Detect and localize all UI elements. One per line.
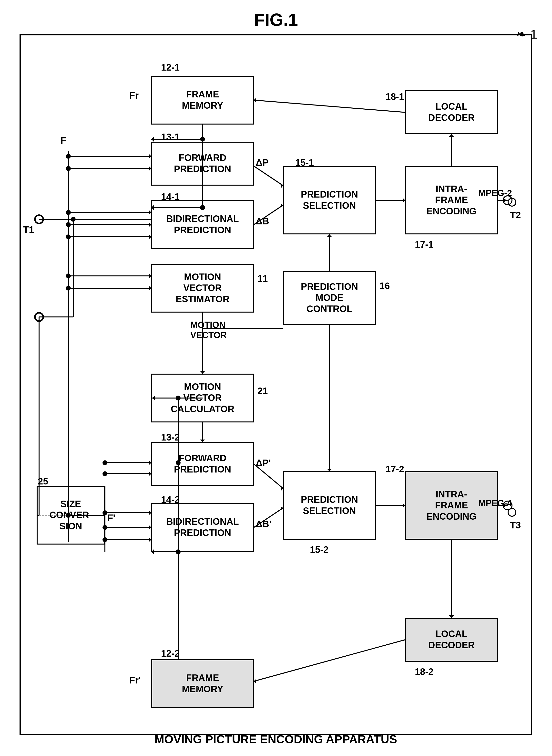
ref-15-2: 15-2 [310,545,328,555]
f-label: F [60,135,66,146]
T2-label: T2 [510,210,521,220]
forward-pred-2-label: FORWARD PREDICTION [174,453,231,475]
ref-25: 25 [38,476,48,487]
ref-12-2: 12-2 [161,648,180,659]
ref-13-2: 13-2 [161,432,180,443]
size-conversion-block: SIZE CONVER- SION [37,486,105,545]
ref-14-1: 14-1 [161,192,180,202]
delta-b-prime-label: ΔB' [256,519,271,529]
T1-terminal [35,215,43,224]
ref-11: 11 [257,274,268,284]
bidirectional-pred-2-label: BIDIRECTIONAL PREDICTION [166,516,239,538]
intra-frame-enc-1-block: INTRA- FRAME ENCODING [405,166,498,234]
ref-16: 16 [380,281,390,291]
page: FIG.1 ❧ 1 MOVING PICTURE ENCODING APPARA… [0,0,552,756]
T2-terminal [508,198,516,207]
intra-frame-enc-2-label: INTRA- FRAME ENCODING [427,489,476,522]
delta-b-label: ΔB [256,216,269,227]
ref-18-2: 18-2 [415,667,433,677]
motion-vector-est-block: MOTION VECTOR ESTIMATOR [151,264,254,313]
ref-21: 21 [257,386,268,396]
bottom-label: MOVING PICTURE ENCODING APPARATUS [154,733,397,746]
mpeg2-label: MPEG-2 [478,188,512,198]
bidirectional-pred-2-block: BIDIRECTIONAL PREDICTION [151,503,254,552]
forward-pred-2-block: FORWARD PREDICTION [151,442,254,486]
bidirectional-pred-1-block: BIDIRECTIONAL PREDICTION [151,200,254,249]
ref-13-1: 13-1 [161,132,180,142]
frame-memory-2-label: FRAME MEMORY [182,672,223,695]
local-decoder-1-block: LOCAL DECODER [405,90,498,134]
motion-vector-calc-block: MOTION VECTOR CALCULATOR [151,373,254,422]
fr-prime-label: Fr' [129,675,141,686]
ref-14-2: 14-2 [161,495,180,505]
ref-18-1: 18-1 [386,92,404,102]
frame-memory-1-block: FRAME MEMORY [151,76,254,124]
T1-label: T1 [23,225,34,235]
T1-terminal-2 [35,313,43,321]
frame-memory-1-label: FRAME MEMORY [182,89,223,111]
f-prime-label: F' [107,513,115,523]
mpeg4-label: MPEG-4 [478,498,512,508]
prediction-sel-1-block: PREDICTION SELECTION [283,166,376,234]
frame-memory-2-block: FRAME MEMORY [151,659,254,708]
prediction-sel-2-block: PREDICTION SELECTION [283,471,376,540]
local-decoder-2-label: LOCAL DECODER [428,629,474,651]
T3-terminal [508,508,516,517]
delta-p-prime-label: ΔP' [256,458,271,468]
motion-vector-label: MOTION VECTOR [190,320,227,340]
fr-label: Fr [129,90,139,101]
figure-title: FIG.1 [254,10,298,30]
forward-pred-1-block: FORWARD PREDICTION [151,142,254,186]
pred-mode-ctrl-block: PREDICTION MODE CONTROL [283,271,376,325]
local-decoder-2-block: LOCAL DECODER [405,618,498,662]
forward-pred-1-label: FORWARD PREDICTION [174,152,231,175]
local-decoder-1-label: LOCAL DECODER [428,101,474,123]
prediction-sel-1-label: PREDICTION SELECTION [301,189,358,211]
intra-frame-enc-1-label: INTRA- FRAME ENCODING [427,184,476,217]
delta-p-label: ΔP [256,157,269,168]
ref-17-1: 17-1 [415,239,433,250]
pred-mode-ctrl-label: PREDICTION MODE CONTROL [301,281,358,315]
prediction-sel-2-label: PREDICTION SELECTION [301,494,358,517]
ref-17-2: 17-2 [386,464,404,474]
motion-vector-calc-label: MOTION VECTOR CALCULATOR [171,382,234,415]
size-conversion-label: SIZE CONVER- SION [49,499,92,532]
ref-15-1: 15-1 [295,157,314,168]
motion-vector-est-label: MOTION VECTOR ESTIMATOR [176,272,230,305]
T3-label: T3 [510,520,521,531]
ref-12-1: 12-1 [161,62,180,73]
bidirectional-pred-1-label: BIDIRECTIONAL PREDICTION [166,213,239,236]
